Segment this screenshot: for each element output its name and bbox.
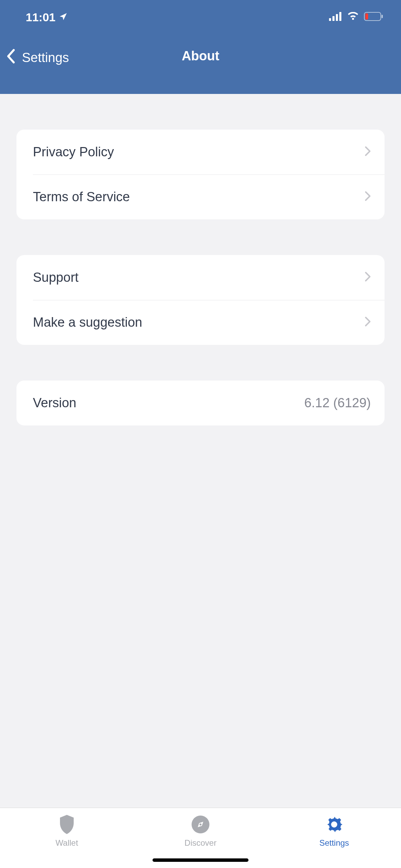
status-indicators: [329, 12, 384, 22]
gear-icon: [324, 814, 344, 835]
chevron-right-icon: [365, 190, 371, 204]
status-bar: 11:01: [0, 0, 401, 34]
svg-rect-2: [336, 14, 338, 21]
svg-rect-6: [365, 13, 368, 20]
terms-of-service-row[interactable]: Terms of Service: [16, 174, 385, 219]
location-icon: [59, 11, 68, 24]
tab-wallet-label: Wallet: [56, 838, 78, 848]
wifi-icon: [347, 12, 359, 22]
shield-icon: [57, 814, 77, 835]
svg-rect-3: [339, 12, 341, 21]
chevron-right-icon: [365, 270, 371, 285]
chevron-right-icon: [365, 315, 371, 330]
back-button[interactable]: Settings: [0, 49, 69, 67]
support-row[interactable]: Support: [16, 255, 385, 300]
help-section: Support Make a suggestion: [16, 255, 385, 345]
home-indicator[interactable]: [153, 858, 248, 862]
cellular-icon: [329, 12, 342, 22]
content-area: Privacy Policy Terms of Service Support: [0, 94, 401, 808]
privacy-policy-label: Privacy Policy: [33, 145, 114, 159]
compass-icon: [190, 814, 211, 835]
suggestion-label: Make a suggestion: [33, 315, 142, 330]
tab-wallet[interactable]: Wallet: [0, 814, 134, 868]
status-time-area: 11:01: [26, 11, 68, 24]
privacy-policy-row[interactable]: Privacy Policy: [16, 130, 385, 174]
battery-icon: [364, 12, 384, 22]
chevron-left-icon: [6, 49, 16, 67]
version-label: Version: [33, 396, 76, 410]
suggestion-row[interactable]: Make a suggestion: [16, 300, 385, 345]
svg-point-8: [199, 823, 202, 825]
legal-section: Privacy Policy Terms of Service: [16, 130, 385, 219]
tab-settings[interactable]: Settings: [267, 814, 401, 868]
tab-discover-label: Discover: [184, 838, 216, 848]
version-row: Version 6.12 (6129): [16, 381, 385, 425]
back-label: Settings: [22, 50, 69, 65]
svg-rect-0: [329, 18, 331, 21]
svg-rect-5: [381, 15, 383, 18]
svg-rect-1: [332, 16, 335, 21]
status-time: 11:01: [26, 11, 56, 24]
terms-of-service-label: Terms of Service: [33, 190, 130, 204]
support-label: Support: [33, 270, 78, 285]
navigation-bar: Settings About: [0, 34, 401, 94]
info-section: Version 6.12 (6129): [16, 381, 385, 425]
chevron-right-icon: [365, 145, 371, 159]
tab-settings-label: Settings: [319, 838, 349, 848]
version-value: 6.12 (6129): [304, 396, 371, 410]
page-title: About: [182, 49, 219, 63]
